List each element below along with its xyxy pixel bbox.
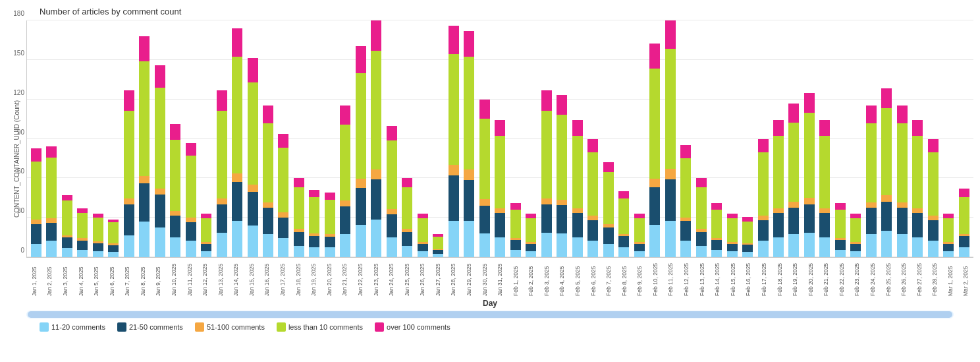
bar-group [322,20,337,257]
bar-group [43,20,59,257]
bar-stack [479,64,490,257]
bar-segment-51-100 [572,208,583,214]
x-label-wrapper: Jan 16, 2025 [259,258,275,297]
y-tick-label: 120 [6,88,24,96]
bar-segment-over100 [248,58,258,82]
x-label-wrapper: Feb 5, 2025 [570,258,585,297]
bar-stack [557,61,567,257]
y-tick-label: 30 [6,207,24,214]
bar-segment-11-20 [449,221,459,257]
x-label-wrapper: Feb 8, 2025 [616,258,632,297]
bar-stack [217,59,227,257]
bar-segment-21-50 [866,208,877,234]
x-label: Jan 9, 2025 [155,260,161,296]
bar-segment-11-20 [340,234,350,257]
bar-segment-21-50 [758,220,769,241]
bar-segment-lt10 [217,111,227,199]
bar-segment-11-20 [62,248,72,257]
bar-stack [603,107,614,257]
bar-segment-11-20 [696,246,707,257]
chart-container: Number of articles by comment count CONT… [0,0,980,362]
bar-segment-51-100 [46,218,57,223]
bar-segment-51-100 [587,216,598,220]
bar-segment-lt10 [170,140,180,211]
legend-item: 11-20 comments [40,322,105,332]
bar-group [817,20,832,257]
bar-segment-51-100 [217,198,227,204]
bar-segment-over100 [356,46,366,73]
bar-group [183,20,198,257]
x-label-wrapper: Feb 24, 2025 [865,258,881,297]
bar-stack [402,121,412,257]
bar-segment-21-50 [155,195,165,227]
bar-segment-21-50 [510,240,521,249]
bar-stack [93,156,103,257]
bar-segment-11-20 [232,221,242,257]
x-label: Feb 11, 2025 [667,260,674,296]
legend-item: 21-50 comments [117,322,183,332]
bar-group [152,20,167,257]
x-label: Feb 14, 2025 [714,260,721,296]
bar-segment-lt10 [263,123,273,202]
bar-segment-over100 [418,214,428,218]
bar-segment-51-100 [387,209,397,214]
bar-stack [46,96,57,257]
bar-group [338,20,353,257]
bar-stack [278,86,288,257]
x-label-wrapper: Feb 23, 2025 [850,258,865,297]
x-label-wrapper: Feb 13, 2025 [694,258,710,297]
bar-segment-11-20 [387,237,397,257]
bar-segment-21-50 [31,224,41,244]
bar-segment-21-50 [618,236,629,247]
x-label-wrapper: Jan 3, 2025 [57,258,73,297]
bar-segment-21-50 [541,204,552,233]
bar-segment-11-20 [557,233,567,257]
x-label: Feb 16, 2025 [745,260,751,296]
bar-group [740,20,755,257]
bar-segment-11-20 [31,244,41,257]
bar-stack [587,90,598,257]
bar-stack [418,156,428,257]
bar-segment-21-50 [649,187,660,225]
bar-segment-over100 [217,90,227,110]
bar-stack [186,93,196,257]
bar-segment-lt10 [510,210,521,238]
x-label: Feb 1, 2025 [512,260,519,296]
bar-segment-51-100 [557,200,567,205]
bar-segment-51-100 [248,185,258,192]
x-label-wrapper: Feb 9, 2025 [632,258,648,297]
bar-group [585,20,600,257]
bar-group [848,20,863,257]
bar-segment-over100 [866,106,877,123]
x-label: Feb 12, 2025 [683,260,690,296]
bar-stack [77,149,88,257]
bar-segment-21-50 [897,208,908,234]
bar-segment-lt10 [201,218,211,242]
bar-stack [449,23,459,257]
bar-stack [665,20,676,257]
bar-segment-over100 [587,139,598,152]
legend: 11-20 comments21-50 comments51-100 comme… [40,322,973,332]
x-axis: Jan 1, 2025Jan 2, 2025Jan 3, 2025Jan 4, … [26,258,973,297]
bar-segment-51-100 [881,195,892,202]
bar-stack [912,77,923,257]
bar-segment-over100 [634,214,645,218]
x-label-wrapper: Feb 25, 2025 [881,258,896,297]
bar-segment-11-20 [587,241,598,257]
bar-segment-lt10 [93,218,103,241]
bar-group [863,20,879,257]
bar-segment-lt10 [526,218,536,242]
scrollbar-track[interactable] [26,311,954,318]
bar-segment-21-50 [139,183,150,222]
bar-segment-over100 [727,214,738,218]
bar-segment-51-100 [479,199,490,206]
bar-group [369,20,384,257]
bar-stack [773,77,784,257]
bar-segment-lt10 [294,187,304,229]
bar-stack [680,94,691,257]
bar-segment-over100 [649,44,660,69]
bar-segment-lt10 [46,158,57,219]
x-label: Jan 20, 2025 [326,260,333,296]
bar-segment-lt10 [418,218,428,242]
bar-segment-over100 [294,178,304,187]
